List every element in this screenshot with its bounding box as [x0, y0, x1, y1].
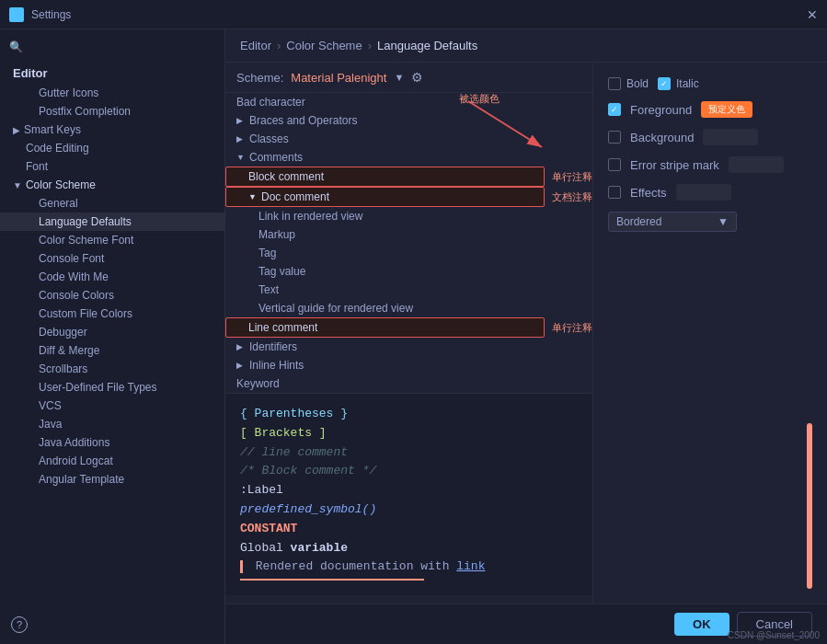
effects-dropdown[interactable]: Bordered ▼ [608, 212, 737, 232]
tree-tag[interactable]: Tag [225, 244, 592, 262]
sidebar-item-color-scheme[interactable]: ▼ Color Scheme [0, 176, 224, 194]
preview-block-comment: /* Block comment */ [240, 462, 578, 481]
close-button[interactable]: ✕ [807, 7, 818, 22]
chevron-right-icon: ▶ [236, 134, 246, 144]
sidebar-item-diff-merge[interactable]: Diff & Merge [0, 341, 224, 360]
error-stripe-row: Error stripe mark [608, 156, 812, 173]
bold-group: Bold [608, 77, 649, 90]
error-stripe-color-swatch[interactable] [729, 156, 784, 173]
italic-group: Italic [658, 77, 699, 90]
error-stripe-label: Error stripe mark [630, 158, 719, 172]
sidebar-item-gutter-icons[interactable]: Gutter Icons [0, 84, 224, 102]
sidebar-item-vcs[interactable]: VCS [0, 397, 224, 415]
options-panel: Bold Italic Foreground 预定义色 Backgr [593, 63, 827, 604]
title-bar: Settings ✕ [0, 0, 827, 29]
background-color-swatch[interactable] [703, 129, 758, 145]
tree-panel: Scheme: Material Palenight ▼ ⚙ Bad chara… [225, 63, 593, 604]
tree-classes[interactable]: ▶ Classes [225, 130, 592, 148]
tree-line-comment[interactable]: Line comment [225, 317, 545, 338]
italic-label: Italic [676, 77, 699, 90]
sidebar-item-smart-keys[interactable]: ▶ Smart Keys [0, 121, 224, 139]
help-button[interactable]: ? [11, 616, 28, 633]
main-layout: 🔍 Editor Gutter Icons Postfix Completion… [0, 29, 827, 644]
effects-label: Effects [630, 186, 667, 200]
bold-label: Bold [626, 77, 649, 90]
tree-vertical-guide[interactable]: Vertical guide for rendered view [225, 299, 592, 317]
chevron-right-icon: ▶ [236, 342, 246, 351]
sidebar-search: 🔍 [0, 37, 224, 57]
foreground-row: Foreground 预定义色 [608, 101, 812, 118]
annotation-block: 单行注释 [552, 170, 592, 184]
sidebar-item-debugger[interactable]: Debugger [0, 323, 224, 341]
chevron-down-icon: ▼ [248, 192, 258, 201]
preview-panel: { Parentheses } [ Brackets ] // line com… [225, 393, 592, 595]
foreground-checkbox[interactable] [608, 103, 621, 116]
sidebar-item-console-font[interactable]: Console Font [0, 249, 224, 268]
scheme-dropdown-icon[interactable]: ▼ [394, 72, 404, 83]
sidebar-item-console-colors[interactable]: Console Colors [0, 286, 224, 305]
window-title: Settings [31, 8, 71, 21]
breadcrumb-sep2: › [368, 39, 372, 52]
sidebar: 🔍 Editor Gutter Icons Postfix Completion… [0, 29, 225, 644]
bold-checkbox[interactable] [608, 77, 621, 90]
sidebar-item-postfix[interactable]: Postfix Completion [0, 102, 224, 121]
breadcrumb-sep1: › [277, 39, 281, 52]
bottom-bar: OK Cancel [225, 604, 827, 644]
sidebar-item-code-editing[interactable]: Code Editing [0, 139, 224, 157]
effects-checkbox[interactable] [608, 186, 621, 199]
tree-bad-character[interactable]: Bad character [225, 93, 592, 111]
tree-identifiers[interactable]: ▶ Identifiers [225, 338, 592, 356]
preview-brackets: [ Brackets ] [240, 424, 578, 443]
sidebar-item-java[interactable]: Java [0, 415, 224, 433]
background-label: Background [630, 131, 694, 144]
content-body: Scheme: Material Palenight ▼ ⚙ Bad chara… [225, 63, 827, 604]
tree-block-comment[interactable]: Block comment [225, 167, 545, 187]
tree-braces[interactable]: ▶ Braces and Operators [225, 111, 592, 130]
sidebar-item-scrollbars[interactable]: Scrollbars [0, 360, 224, 378]
tree-inline-hints[interactable]: ▶ Inline Hints [225, 356, 592, 374]
app-icon [9, 7, 24, 22]
foreground-color-swatch[interactable]: 预定义色 [701, 101, 752, 118]
sidebar-item-user-defined[interactable]: User-Defined File Types [0, 378, 224, 397]
tree-markup[interactable]: Markup [225, 225, 592, 244]
tree-text[interactable]: Text [225, 281, 592, 299]
cancel-button[interactable]: Cancel [737, 612, 812, 637]
italic-checkbox[interactable] [658, 77, 671, 90]
sidebar-editor-label: Editor [0, 63, 224, 84]
style-options-row: Bold Italic [608, 77, 812, 90]
annotation-doc: 文档注释 [552, 190, 592, 204]
sidebar-item-general[interactable]: General [0, 194, 224, 213]
sidebar-item-color-scheme-font[interactable]: Color Scheme Font [0, 231, 224, 249]
ok-button[interactable]: OK [674, 613, 729, 636]
tree-link-rendered[interactable]: Link in rendered view [225, 207, 592, 225]
tree-doc-comment[interactable]: ▼ Doc comment [225, 187, 545, 207]
sidebar-item-custom-file[interactable]: Custom File Colors [0, 305, 224, 323]
sidebar-item-android-logcat[interactable]: Android Logcat [0, 452, 224, 470]
preview-constant: CONSTANT [240, 520, 578, 539]
scheme-select[interactable]: Material Palenight [291, 71, 386, 85]
scroll-indicator [807, 423, 812, 589]
sidebar-item-language-defaults[interactable]: Language Defaults [0, 213, 224, 231]
sidebar-item-angular[interactable]: Angular Template [0, 470, 224, 489]
chevron-right-icon: ▶ [236, 361, 246, 370]
sidebar-item-font[interactable]: Font [0, 157, 224, 176]
tree-tag-value[interactable]: Tag value [225, 262, 592, 281]
effects-dropdown-value: Bordered [616, 215, 661, 228]
scheme-row: Scheme: Material Palenight ▼ ⚙ [225, 63, 592, 93]
chevron-right-icon: ▶ [13, 125, 20, 135]
sidebar-item-code-with-me[interactable]: Code With Me [0, 268, 224, 286]
background-row: Background [608, 129, 812, 145]
effects-dropdown-icon: ▼ [718, 215, 729, 228]
chevron-right-icon: ▶ [236, 116, 246, 125]
preview-label: :Label [240, 481, 578, 500]
error-stripe-checkbox[interactable] [608, 158, 621, 171]
tree-comments[interactable]: ▼ Comments [225, 148, 592, 167]
scheme-gear-icon[interactable]: ⚙ [411, 70, 423, 85]
chevron-down-icon: ▼ [236, 153, 246, 162]
effects-color-swatch[interactable] [676, 184, 731, 201]
breadcrumb-editor: Editor [240, 39, 271, 52]
tree-keyword[interactable]: Keyword [225, 374, 592, 393]
background-checkbox[interactable] [608, 131, 621, 144]
sidebar-item-java-additions[interactable]: Java Additions [0, 433, 224, 452]
breadcrumb: Editor › Color Scheme › Language Default… [225, 29, 827, 63]
